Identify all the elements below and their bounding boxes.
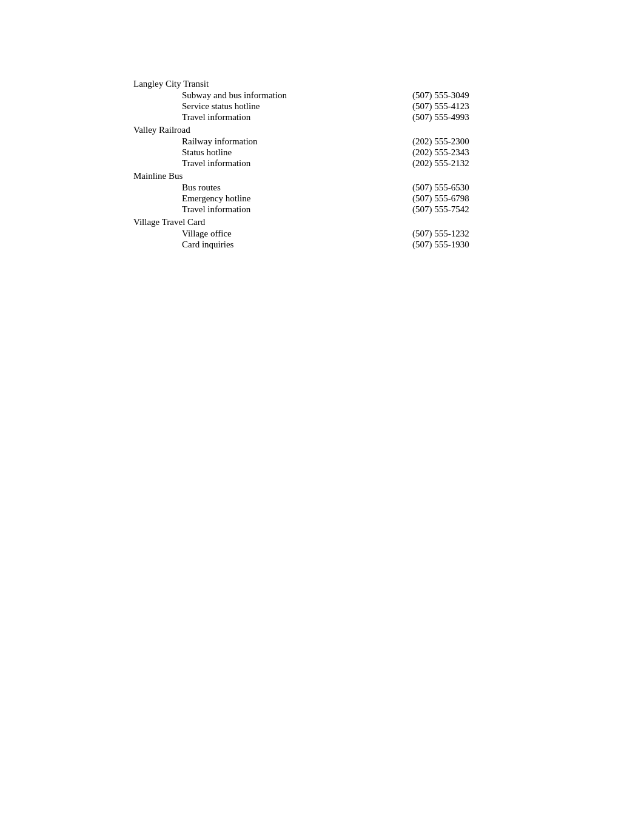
- entry-row: Travel information(202) 555-2132: [133, 158, 644, 169]
- group-langley-city-transit: Langley City TransitSubway and bus infor…: [133, 79, 644, 122]
- group-header-valley-railroad: Valley Railroad: [133, 125, 644, 135]
- group-valley-railroad: Valley RailroadRailway information(202) …: [133, 125, 644, 169]
- entry-row: Travel information(507) 555-4993: [133, 112, 644, 122]
- entry-label: Status hotline: [182, 147, 340, 158]
- entry-row: Village office(507) 555-1232: [133, 229, 644, 239]
- entry-phone: (507) 555-6798: [412, 193, 469, 204]
- entry-phone: (507) 555-6530: [412, 183, 469, 193]
- entry-label: Service status hotline: [182, 101, 340, 112]
- entry-phone: (202) 555-2343: [412, 147, 469, 158]
- entry-row: Status hotline(202) 555-2343: [133, 147, 644, 158]
- entry-phone: (507) 555-3049: [412, 90, 469, 101]
- entry-label: Travel information: [182, 112, 340, 122]
- entry-phone: (507) 555-1930: [412, 240, 469, 250]
- entry-label: Travel information: [182, 204, 340, 215]
- group-village-travel-card: Village Travel CardVillage office(507) 5…: [133, 217, 644, 250]
- entry-label: Emergency hotline: [182, 193, 340, 204]
- entry-phone: (507) 555-4123: [412, 101, 469, 112]
- entry-row: Service status hotline(507) 555-4123: [133, 101, 644, 112]
- entry-label: Card inquiries: [182, 240, 340, 250]
- page-container: Langley City TransitSubway and bus infor…: [0, 0, 644, 250]
- entry-label: Subway and bus information: [182, 90, 340, 101]
- entry-phone: (507) 555-1232: [412, 229, 469, 239]
- entry-label: Village office: [182, 229, 340, 239]
- entry-phone: (202) 555-2132: [412, 158, 469, 169]
- entry-row: Railway information(202) 555-2300: [133, 136, 644, 147]
- group-header-langley-city-transit: Langley City Transit: [133, 79, 644, 89]
- entry-phone: (507) 555-7542: [412, 204, 469, 215]
- entry-label: Railway information: [182, 136, 340, 147]
- entry-row: Emergency hotline(507) 555-6798: [133, 193, 644, 204]
- entry-row: Subway and bus information(507) 555-3049: [133, 90, 644, 101]
- group-mainline-bus: Mainline BusBus routes(507) 555-6530Emer…: [133, 171, 644, 215]
- entry-phone: (202) 555-2300: [412, 136, 469, 147]
- entry-row: Bus routes(507) 555-6530: [133, 183, 644, 193]
- group-header-village-travel-card: Village Travel Card: [133, 217, 644, 227]
- group-header-mainline-bus: Mainline Bus: [133, 171, 644, 181]
- entry-row: Card inquiries(507) 555-1930: [133, 240, 644, 250]
- entry-label: Bus routes: [182, 183, 340, 193]
- entry-label: Travel information: [182, 158, 340, 169]
- entry-phone: (507) 555-4993: [412, 112, 469, 122]
- entry-row: Travel information(507) 555-7542: [133, 204, 644, 215]
